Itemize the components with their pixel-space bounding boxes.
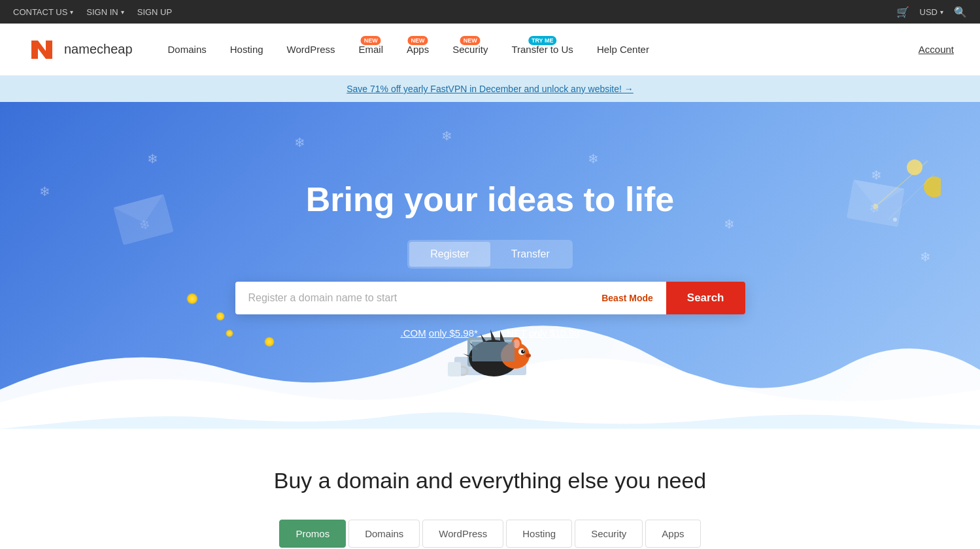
search-container: Beast Mode Search xyxy=(235,282,745,314)
transfer-badge: TRY ME xyxy=(528,36,557,45)
bottom-section: Buy a domain and everything else you nee… xyxy=(0,429,980,549)
top-bar-left: CONTACT US SIGN IN SIGN UP xyxy=(13,7,172,17)
search-button[interactable]: Search xyxy=(666,282,745,314)
search-icon[interactable]: 🔍 xyxy=(954,6,967,18)
promo-banner: Save 71% off yearly FastVPN in December … xyxy=(0,76,980,102)
nav-item-domains[interactable]: Domains xyxy=(159,39,216,60)
email-badge: NEW xyxy=(361,36,381,45)
snowflake-2: ❄ xyxy=(147,151,158,167)
register-tab[interactable]: Register xyxy=(409,242,490,267)
nav-item-hosting[interactable]: Hosting xyxy=(221,39,273,60)
envelope-left: ❄ xyxy=(113,194,175,248)
svg-point-21 xyxy=(523,350,524,352)
tab-buttons: Register Transfer xyxy=(407,240,573,269)
hedgehog-container xyxy=(418,311,562,390)
nav-item-transfer[interactable]: TRY ME Transfer to Us xyxy=(502,39,582,60)
apps-badge: NEW xyxy=(408,36,428,45)
bottom-tabs: Promos Domains WordPress Hosting Securit… xyxy=(26,520,954,548)
svg-point-2 xyxy=(924,176,941,197)
svg-point-22 xyxy=(526,354,531,358)
snowflake-8: ❄ xyxy=(588,151,599,167)
bottom-tab-hosting[interactable]: Hosting xyxy=(506,520,572,548)
glow-dot-1 xyxy=(186,293,198,305)
snowflake-7: ❄ xyxy=(441,128,452,144)
top-bar-right: 🛒 USD 🔍 xyxy=(896,6,967,18)
snowflake-3: ❄ xyxy=(294,135,305,150)
domain-search-input[interactable] xyxy=(235,282,589,314)
beast-mode-button[interactable]: Beast Mode xyxy=(588,282,666,314)
logo-text: namecheap xyxy=(64,42,133,57)
svg-point-20 xyxy=(521,350,525,354)
nav-items: Domains Hosting WordPress NEW Email NEW … xyxy=(159,39,919,60)
snowflake-1: ❄ xyxy=(39,184,50,199)
nav-item-apps[interactable]: NEW Apps xyxy=(397,39,438,60)
nav-item-account[interactable]: Account xyxy=(919,44,954,55)
snowflake-6: ❄ xyxy=(920,249,931,265)
promo-link[interactable]: Save 71% off yearly FastVPN in December … xyxy=(346,84,634,94)
hedgehog-svg xyxy=(418,311,562,390)
nav-item-help[interactable]: Help Center xyxy=(588,39,658,60)
top-bar: CONTACT US SIGN IN SIGN UP 🛒 USD 🔍 xyxy=(0,0,980,24)
hero-section: ❄ ❄ ❄ ❄ ❄ ❄ ❄ ❄ ❄ ❄ Bring your ideas to … xyxy=(0,102,980,429)
transfer-tab[interactable]: Transfer xyxy=(490,242,571,267)
snowflake-5: ❄ xyxy=(724,216,735,232)
sign-up-button[interactable]: SIGN UP xyxy=(137,7,172,17)
nav-item-wordpress[interactable]: WordPress xyxy=(278,39,345,60)
svg-rect-25 xyxy=(472,342,515,361)
logo[interactable]: namecheap xyxy=(26,34,133,65)
bottom-tab-apps[interactable]: Apps xyxy=(645,520,700,548)
security-badge: NEW xyxy=(460,36,481,45)
currency-selector[interactable]: USD xyxy=(920,7,943,17)
sign-in-button[interactable]: SIGN IN xyxy=(86,7,124,17)
bottom-tab-security[interactable]: Security xyxy=(575,520,643,548)
envelope-right: ❄ xyxy=(846,180,905,230)
bottom-title: Buy a domain and everything else you nee… xyxy=(26,468,954,493)
main-nav: namecheap Domains Hosting WordPress NEW … xyxy=(0,24,980,76)
bottom-tab-wordpress[interactable]: WordPress xyxy=(422,520,503,548)
bottom-tab-domains[interactable]: Domains xyxy=(348,520,420,548)
logo-icon xyxy=(26,34,58,65)
contact-us-button[interactable]: CONTACT US xyxy=(13,7,73,17)
cart-icon[interactable]: 🛒 xyxy=(896,6,909,18)
nav-item-email[interactable]: NEW Email xyxy=(350,39,393,60)
bottom-tab-promos[interactable]: Promos xyxy=(279,520,346,548)
nav-item-security[interactable]: NEW Security xyxy=(443,39,497,60)
svg-rect-26 xyxy=(448,362,461,376)
hero-title: Bring your ideas to life xyxy=(306,180,674,219)
